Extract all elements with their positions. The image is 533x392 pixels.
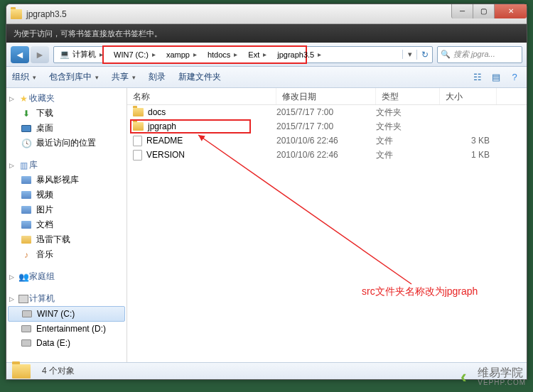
col-size[interactable]: 大小 bbox=[440, 88, 497, 104]
watermark-sub: VEPHP.COM bbox=[478, 379, 526, 386]
file-list: 名称 修改日期 类型 大小 docs 2015/7/17 7:00文件夹 jpg… bbox=[127, 88, 527, 362]
annotation-text: src文件夹名称改为jpgraph bbox=[362, 285, 478, 298]
file-row[interactable]: jpgraph 2015/7/17 7:00文件夹 bbox=[127, 119, 527, 134]
file-icon bbox=[133, 136, 142, 146]
file-row[interactable]: docs 2015/7/17 7:00文件夹 bbox=[127, 105, 527, 119]
include-menu[interactable]: 包含到库中 bbox=[49, 71, 99, 83]
sidebar-item[interactable]: 文档 bbox=[6, 217, 126, 232]
status-count: 4 个对象 bbox=[42, 365, 75, 377]
homegroup-header[interactable]: ▷👥家庭组 bbox=[6, 269, 126, 284]
new-folder-button[interactable]: 新建文件夹 bbox=[178, 71, 221, 83]
favorites-header[interactable]: ▷★收藏夹 bbox=[6, 91, 126, 106]
sidebar-item-drive-c[interactable]: WIN7 (C:) bbox=[8, 306, 125, 322]
breadcrumb[interactable]: htdocs bbox=[202, 47, 242, 62]
col-type[interactable]: 类型 bbox=[376, 88, 440, 104]
close-button[interactable]: ✕ bbox=[494, 4, 527, 18]
nav-row: ◄ ► 计算机 WIN7 (C:) xampp htdocs Ext jpgra… bbox=[6, 43, 527, 67]
computer-header[interactable]: ▷计算机 bbox=[6, 291, 126, 306]
sidebar-item[interactable]: 暴风影视库 bbox=[6, 173, 126, 187]
column-headers[interactable]: 名称 修改日期 类型 大小 bbox=[127, 88, 527, 105]
search-icon: 🔍 bbox=[441, 50, 451, 59]
sidebar-item[interactable]: 迅雷下载 bbox=[6, 232, 126, 247]
address-bar[interactable]: 计算机 WIN7 (C:) xampp htdocs Ext jpgraph3.… bbox=[53, 46, 433, 63]
search-input[interactable]: 🔍 搜索 jpgra... bbox=[437, 46, 522, 63]
sidebar: ▷★收藏夹 ⬇下载 桌面 🕓最近访问的位置 ▷▥库 暴风影视库 视频 图片 文档… bbox=[6, 88, 127, 362]
statusbar: 4 个对象 bbox=[6, 362, 527, 379]
file-icon bbox=[133, 150, 142, 160]
minimize-button[interactable]: ─ bbox=[451, 4, 473, 18]
maximize-button[interactable]: ▢ bbox=[473, 4, 494, 18]
titlebar[interactable]: jpgraph3.5 ─ ▢ ✕ bbox=[6, 4, 527, 24]
watermark-title: 维易学院 bbox=[478, 367, 526, 379]
folder-icon bbox=[11, 9, 22, 19]
breadcrumb[interactable]: xampp bbox=[161, 47, 202, 62]
sidebar-item[interactable]: 视频 bbox=[6, 187, 126, 202]
folder-icon bbox=[12, 364, 35, 379]
sidebar-item-desktop[interactable]: 桌面 bbox=[6, 121, 126, 136]
explorer-window: jpgraph3.5 ─ ▢ ✕ 为便于访问，可将书签直接放在书签栏中。 ◄ ►… bbox=[6, 4, 527, 380]
burn-button[interactable]: 刻录 bbox=[149, 71, 166, 83]
sidebar-item-downloads[interactable]: ⬇下载 bbox=[6, 106, 126, 121]
bookmark-hint: 为便于访问，可将书签直接放在书签栏中。 bbox=[14, 28, 162, 39]
sidebar-item[interactable]: ♪音乐 bbox=[6, 247, 126, 262]
help-button[interactable]: ? bbox=[508, 71, 521, 84]
col-date[interactable]: 修改日期 bbox=[276, 88, 376, 104]
folder-icon bbox=[133, 108, 144, 116]
share-menu[interactable]: 共享 bbox=[112, 71, 136, 83]
col-name[interactable]: 名称 bbox=[127, 88, 276, 104]
sidebar-item-drive-d[interactable]: Entertainment (D:) bbox=[6, 322, 126, 336]
bookmark-bar: 为便于访问，可将书签直接放在书签栏中。 bbox=[6, 24, 527, 43]
toolbar: 组织 包含到库中 共享 刻录 新建文件夹 ☷ ▤ ? bbox=[6, 67, 527, 88]
file-row[interactable]: README 2010/10/6 22:46文件3 KB bbox=[127, 134, 527, 148]
view-options-button[interactable]: ☷ bbox=[471, 71, 484, 84]
libraries-header[interactable]: ▷▥库 bbox=[6, 158, 126, 173]
breadcrumb[interactable]: jpgraph3.5 bbox=[271, 47, 326, 62]
window-title: jpgraph3.5 bbox=[26, 9, 451, 19]
history-dropdown[interactable]: ▾ bbox=[402, 50, 416, 59]
breadcrumb[interactable]: WIN7 (C:) bbox=[108, 47, 161, 62]
refresh-button[interactable]: ↻ bbox=[416, 50, 432, 60]
breadcrumb[interactable]: 计算机 bbox=[54, 47, 108, 62]
watermark-logo-icon: ‹ bbox=[453, 366, 473, 386]
breadcrumb[interactable]: Ext bbox=[242, 47, 271, 62]
preview-pane-button[interactable]: ▤ bbox=[490, 71, 502, 84]
sidebar-item-recent[interactable]: 🕓最近访问的位置 bbox=[6, 136, 126, 151]
search-placeholder: 搜索 jpgra... bbox=[453, 49, 495, 60]
folder-icon bbox=[133, 122, 144, 131]
sidebar-item-drive-e[interactable]: Data (E:) bbox=[6, 336, 126, 350]
forward-button[interactable]: ► bbox=[31, 46, 49, 63]
back-button[interactable]: ◄ bbox=[11, 46, 29, 63]
window-controls: ─ ▢ ✕ bbox=[451, 4, 527, 18]
organize-menu[interactable]: 组织 bbox=[12, 71, 36, 83]
watermark: ‹ 维易学院 VEPHP.COM bbox=[453, 366, 526, 386]
file-row[interactable]: VERSION 2010/10/6 22:46文件1 KB bbox=[127, 148, 527, 162]
sidebar-item[interactable]: 图片 bbox=[6, 202, 126, 217]
